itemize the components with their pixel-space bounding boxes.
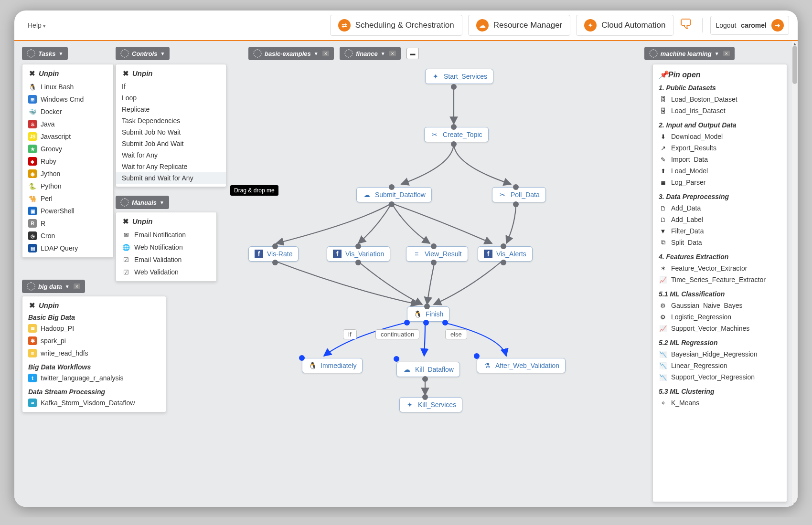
port[interactable]	[501, 243, 506, 249]
port[interactable]	[424, 304, 430, 309]
task-item[interactable]: ◉Jython	[22, 168, 113, 180]
manuals-dropdown[interactable]: Manuals▼	[116, 196, 169, 209]
bigdata-item[interactable]: ≋Hadoop_PI	[22, 322, 166, 335]
close-icon[interactable]: ×	[723, 51, 730, 56]
task-item[interactable]: ⊞Windows Cmd	[22, 93, 113, 105]
branch-port[interactable]	[404, 320, 410, 326]
ml-item[interactable]: ✶Feature_Vector_Extractor	[653, 262, 787, 274]
control-item[interactable]: Wait for Any Replicate	[116, 161, 226, 172]
task-item[interactable]: ◆Ruby	[22, 155, 113, 168]
task-item[interactable]: ▣PowerShell	[22, 205, 113, 217]
scrollbar-thumb[interactable]	[792, 46, 797, 84]
ml-item[interactable]: 🗄Load_Iris_Dataset	[653, 105, 787, 116]
manual-item[interactable]: ✉Email Notification	[116, 229, 216, 241]
node-kill-dataflow[interactable]: ☁Kill_Dataflow	[396, 362, 460, 377]
ml-item[interactable]: 🗋Add_Label	[653, 214, 787, 225]
control-item[interactable]: Submit Job No Wait	[116, 126, 226, 138]
bigdata-dropdown[interactable]: big data▼×	[22, 280, 85, 293]
control-item[interactable]: Submit Job And Wait	[116, 138, 226, 149]
port[interactable]	[422, 376, 428, 382]
ml-item[interactable]: 📉Bayesian_Ridge_Regression	[653, 348, 787, 360]
node-immediately[interactable]: 🐧Immediately	[302, 358, 363, 373]
tasks-dropdown[interactable]: Tasks▼	[22, 47, 68, 60]
ml-item[interactable]: ⚙Logistic_Regression	[653, 311, 787, 323]
ml-item[interactable]: 📈Time_Series_Feature_Extractor	[653, 274, 787, 285]
task-item[interactable]: ▤LDAP Query	[22, 242, 113, 254]
port[interactable]	[272, 243, 278, 249]
node-start-services[interactable]: ✦Start_Services	[425, 69, 493, 84]
task-item[interactable]: ◷Cron	[22, 230, 113, 242]
workflow-canvas[interactable]: Tasks▼ Controls▼ basic-examples▼× financ…	[14, 41, 792, 507]
port[interactable]	[451, 124, 457, 130]
control-item[interactable]: Task Dependencies	[116, 115, 226, 126]
port[interactable]	[513, 201, 519, 207]
scrollbar[interactable]: ▲ ▼	[792, 41, 798, 507]
branch-port[interactable]	[474, 353, 480, 359]
controls-dropdown[interactable]: Controls▼	[116, 47, 170, 60]
port[interactable]	[272, 260, 278, 265]
expand-button[interactable]: ▬	[406, 48, 419, 59]
port[interactable]	[422, 394, 428, 400]
port[interactable]	[513, 184, 519, 190]
ml-item[interactable]: 📉Support_Vector_Regression	[653, 371, 787, 383]
chat-icon[interactable]: 🗨	[679, 19, 694, 32]
bigdata-item[interactable]: ttwitter_language_r_analysis	[22, 372, 166, 384]
ml-item[interactable]: ≣Log_Parser	[653, 177, 787, 188]
control-item[interactable]: Wait for Any	[116, 149, 226, 161]
panel-pin[interactable]: ✖Unpin	[122, 217, 211, 226]
node-after-web-validation[interactable]: ⚗After_Web_Validation	[477, 358, 566, 373]
port[interactable]	[431, 260, 437, 265]
node-kill-services[interactable]: ✦Kill_Services	[399, 397, 462, 412]
branch-port[interactable]	[299, 355, 305, 361]
node-create-topic[interactable]: ✂Create_Topic	[424, 127, 489, 142]
manual-item[interactable]: ☑Web Validation	[116, 266, 216, 278]
close-icon[interactable]: ×	[74, 284, 80, 289]
task-item[interactable]: JSJavascript	[22, 130, 113, 143]
close-icon[interactable]: ×	[389, 51, 396, 56]
ml-item[interactable]: ⬇Download_Model	[653, 131, 787, 142]
nav-scheduling[interactable]: ⇄Scheduling & Orchestration	[330, 15, 462, 36]
port[interactable]	[501, 260, 506, 265]
panel-pin[interactable]: ✖Unpin	[122, 69, 220, 78]
task-item[interactable]: RR	[22, 217, 113, 230]
control-item[interactable]: Loop	[116, 92, 226, 104]
scroll-down-icon[interactable]: ▼	[792, 502, 798, 506]
ml-item[interactable]: ⬆Load_Model	[653, 165, 787, 177]
control-item[interactable]: If	[116, 81, 226, 92]
task-item[interactable]: 🐧Linux Bash	[22, 81, 113, 93]
control-item[interactable]: Submit and Wait for Any	[116, 172, 226, 184]
port[interactable]	[389, 184, 395, 190]
ml-dropdown[interactable]: machine learning▼×	[644, 47, 735, 60]
ml-item[interactable]: ✧K_Means	[653, 397, 787, 409]
task-item[interactable]: ★Groovy	[22, 143, 113, 155]
ml-item[interactable]: ⧉Split_Data	[653, 237, 787, 248]
logout-button[interactable]: Logout caromel➜	[710, 16, 789, 35]
tab-finance[interactable]: finance▼×	[340, 47, 401, 60]
branch-port[interactable]	[394, 356, 399, 362]
panel-pin[interactable]: ✖Unpin	[28, 301, 160, 310]
port[interactable]	[355, 260, 361, 265]
bigdata-item[interactable]: ≡write_read_hdfs	[22, 347, 166, 359]
bigdata-item[interactable]: ≈Kafka_Storm_Visdom_Dataflow	[22, 397, 166, 409]
task-item[interactable]: 🐍Python	[22, 180, 113, 192]
ml-item[interactable]: ↗Export_Results	[653, 142, 787, 154]
nav-resource-manager[interactable]: ☁Resource Manager	[468, 15, 571, 36]
branch-port[interactable]	[423, 320, 429, 326]
nav-cloud-automation[interactable]: ✦Cloud Automation	[576, 15, 673, 36]
port[interactable]	[431, 243, 437, 249]
manual-item[interactable]: ☑Email Validation	[116, 253, 216, 266]
panel-pin[interactable]: ✖Unpin	[28, 69, 107, 78]
task-item[interactable]: 🐳Docker	[22, 105, 113, 118]
ml-item[interactable]: 🗄Load_Boston_Dataset	[653, 94, 787, 105]
tab-basic-examples[interactable]: basic-examples▼×	[248, 47, 334, 60]
task-item[interactable]: ♨Java	[22, 118, 113, 130]
manual-item[interactable]: 🌐Web Notification	[116, 241, 216, 253]
node-poll-data[interactable]: ✂Poll_Data	[492, 187, 546, 202]
branch-port[interactable]	[442, 320, 448, 326]
port[interactable]	[451, 84, 457, 90]
ml-item[interactable]: ✎Import_Data	[653, 154, 787, 165]
ml-item[interactable]: 📉Linear_Regression	[653, 360, 787, 371]
ml-item[interactable]: 🗋Add_Data	[653, 202, 787, 214]
panel-pin[interactable]: 📌Pin open	[659, 70, 781, 79]
node-submit-dataflow[interactable]: ☁Submit_Dataflow	[356, 187, 432, 202]
